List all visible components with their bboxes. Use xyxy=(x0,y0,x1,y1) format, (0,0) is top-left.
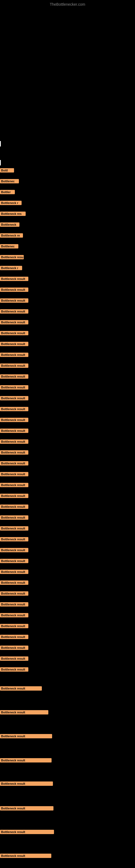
bottleneck-label-33: Bottleneck result xyxy=(0,526,28,531)
bottleneck-label-11: Bottleneck result xyxy=(0,287,28,292)
bottleneck-label-8: Bottleneck resu xyxy=(0,255,24,259)
bottleneck-label-50: Bottleneck result xyxy=(0,758,52,763)
cursor-line xyxy=(0,141,1,147)
bottleneck-label-6: Bottleneck re xyxy=(0,233,23,238)
bottleneck-label-38: Bottleneck result xyxy=(0,581,28,585)
bottleneck-label-31: Bottleneck result xyxy=(0,504,28,509)
bottleneck-label-13: Bottleneck result xyxy=(0,309,28,314)
bottleneck-label-45: Bottleneck result xyxy=(0,656,28,661)
bottleneck-label-29: Bottleneck result xyxy=(0,483,28,487)
bottleneck-label-16: Bottleneck result xyxy=(0,342,28,346)
bottleneck-label-52: Bottleneck result xyxy=(0,806,53,810)
bottleneck-label-9: Bottleneck r xyxy=(0,266,22,270)
bottleneck-label-44: Bottleneck result xyxy=(0,646,28,650)
bottleneck-label-46: Bottleneck result xyxy=(0,667,28,672)
bottleneck-label-35: Bottleneck result xyxy=(0,548,28,552)
site-title: TheBottlenecker.com xyxy=(50,2,85,6)
bottleneck-label-0: Bottl xyxy=(0,168,14,173)
bottleneck-label-43: Bottleneck result xyxy=(0,635,28,639)
bottleneck-label-1: Bottlenec xyxy=(0,179,19,183)
bottleneck-label-23: Bottleneck result xyxy=(0,418,28,422)
bottleneck-label-36: Bottleneck result xyxy=(0,559,28,563)
bottleneck-label-10: Bottleneck result xyxy=(0,277,28,281)
bottleneck-label-42: Bottleneck result xyxy=(0,624,28,628)
bottleneck-label-22: Bottleneck result xyxy=(0,407,28,411)
bottleneck-label-39: Bottleneck result xyxy=(0,591,28,596)
bottleneck-label-14: Bottleneck result xyxy=(0,320,28,324)
bottleneck-label-27: Bottleneck result xyxy=(0,461,28,465)
bottleneck-label-53: Bottleneck result xyxy=(0,830,54,834)
bottleneck-label-51: Bottleneck result xyxy=(0,781,53,786)
bottleneck-label-12: Bottleneck result xyxy=(0,299,28,303)
bottleneck-label-2: Bottler xyxy=(0,190,15,194)
bottleneck-label-37: Bottleneck result xyxy=(0,569,28,574)
bottleneck-label-15: Bottleneck result xyxy=(0,331,28,335)
bottleneck-label-19: Bottleneck result xyxy=(0,374,28,379)
cursor-line xyxy=(0,160,1,165)
bottleneck-label-30: Bottleneck result xyxy=(0,494,28,498)
bottleneck-label-47: Bottleneck result xyxy=(0,686,42,691)
bottleneck-label-18: Bottleneck result xyxy=(0,364,28,368)
bottleneck-label-48: Bottleneck result xyxy=(0,710,48,714)
bottleneck-label-3: Bottleneck r xyxy=(0,201,21,205)
bottleneck-label-26: Bottleneck result xyxy=(0,450,28,455)
bottleneck-label-7: Bottlenec xyxy=(0,244,18,248)
bottleneck-label-21: Bottleneck result xyxy=(0,396,28,400)
page-content: TheBottlenecker.com BottlBottlenecBottle… xyxy=(0,0,135,868)
bottleneck-label-25: Bottleneck result xyxy=(0,439,28,444)
bottleneck-label-32: Bottleneck result xyxy=(0,516,28,520)
bottleneck-label-5: Bottleneck xyxy=(0,222,19,227)
bottleneck-label-54: Bottleneck result xyxy=(0,854,51,858)
bottleneck-label-40: Bottleneck result xyxy=(0,602,28,607)
bottleneck-label-34: Bottleneck result xyxy=(0,537,28,541)
bottleneck-label-24: Bottleneck result xyxy=(0,429,28,433)
bottleneck-label-41: Bottleneck result xyxy=(0,613,28,617)
bottleneck-label-17: Bottleneck result xyxy=(0,352,28,357)
bottleneck-label-20: Bottleneck result xyxy=(0,385,28,390)
bottleneck-label-28: Bottleneck result xyxy=(0,472,28,476)
bottleneck-label-49: Bottleneck result xyxy=(0,734,52,738)
bottleneck-label-4: Bottleneck res xyxy=(0,212,26,216)
